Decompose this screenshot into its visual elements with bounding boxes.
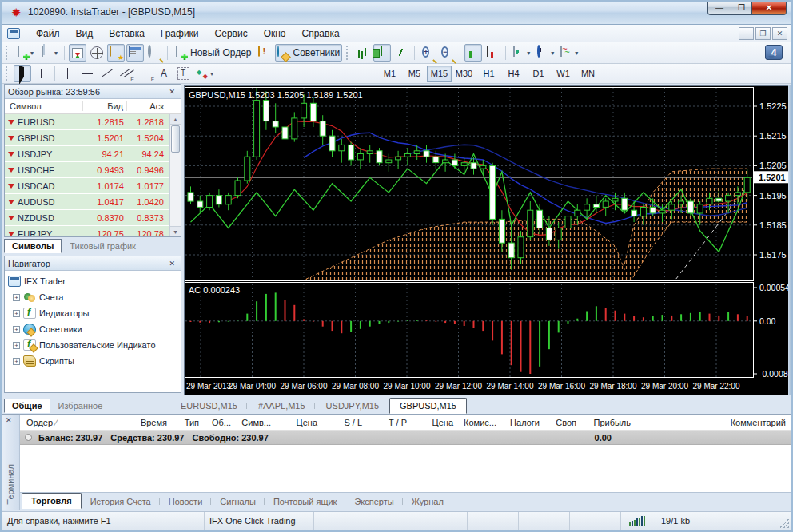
new-chart-button[interactable]: ▾ bbox=[14, 44, 36, 62]
menu-help[interactable]: Справка bbox=[294, 26, 348, 41]
templates-button[interactable]: ▾ bbox=[558, 44, 580, 62]
tab-symbols[interactable]: Символы bbox=[4, 239, 62, 253]
navigator-toggle[interactable] bbox=[107, 44, 125, 62]
restore-button[interactable]: ❐ bbox=[731, 0, 752, 15]
timeframe-d1[interactable]: D1 bbox=[526, 66, 551, 82]
expert-advisors-toggle[interactable]: Советники bbox=[275, 44, 343, 62]
close-icon[interactable]: ✕ bbox=[166, 260, 177, 268]
tree-item-custom-indicators[interactable]: +Пользовательские Индикато bbox=[8, 337, 181, 353]
close-icon[interactable]: ✕ bbox=[166, 88, 177, 96]
symbol-row[interactable]: NZDUSD0.83700.8373 bbox=[5, 210, 181, 226]
arrows-tool[interactable]: ▾ bbox=[193, 65, 216, 82]
scroll-down-icon[interactable]: ▼ bbox=[170, 226, 181, 236]
tab-journal[interactable]: Журнал bbox=[403, 494, 452, 509]
menu-charts[interactable]: Графики bbox=[153, 26, 207, 41]
tab-mailbox[interactable]: Почтовый ящик bbox=[265, 494, 345, 509]
channel-tool[interactable] bbox=[117, 65, 134, 82]
text-tool[interactable]: A bbox=[155, 65, 173, 82]
zoom-out-button[interactable]: − bbox=[438, 44, 456, 62]
tree-item-scripts[interactable]: +Скрипты bbox=[8, 353, 181, 369]
expand-icon[interactable]: + bbox=[13, 358, 20, 365]
chart-tab-gbpusd[interactable]: GBPUSD,M15 bbox=[389, 398, 467, 414]
scrollbar-thumb[interactable] bbox=[171, 125, 180, 153]
sort-icon[interactable]: ∕ bbox=[55, 418, 57, 427]
tree-item-accounts[interactable]: +Счета bbox=[8, 289, 181, 305]
toolbar-grip[interactable] bbox=[346, 46, 350, 60]
periods-button[interactable]: ▾ bbox=[534, 44, 556, 62]
tree-item-root[interactable]: IFX Trader bbox=[8, 273, 181, 289]
trendline-tool[interactable] bbox=[98, 65, 115, 82]
vertical-line-tool[interactable] bbox=[59, 65, 77, 82]
zoom-in-button[interactable]: + bbox=[419, 44, 436, 62]
indicators-button[interactable]: ▾ bbox=[510, 44, 532, 62]
tab-experts[interactable]: Эксперты bbox=[345, 494, 402, 509]
tab-favorites[interactable]: Избранное bbox=[50, 399, 111, 413]
line-chart-button[interactable] bbox=[393, 44, 410, 62]
tab-account-history[interactable]: История Счета bbox=[82, 494, 160, 509]
child-close-button[interactable]: ✕ bbox=[772, 27, 787, 40]
notifications-badge[interactable]: 4 bbox=[765, 45, 783, 60]
menu-file[interactable]: Файл bbox=[28, 26, 68, 41]
menu-window[interactable]: Окно bbox=[256, 26, 294, 41]
minimize-button[interactable]: — bbox=[707, 0, 731, 15]
expand-icon[interactable]: + bbox=[13, 342, 20, 349]
timeframe-h4[interactable]: H4 bbox=[501, 66, 526, 82]
alert-icon[interactable]: ! bbox=[256, 44, 273, 62]
scroll-up-icon[interactable]: ▲ bbox=[170, 114, 181, 125]
close-icon[interactable]: ✕ bbox=[6, 416, 12, 424]
market-watch-toggle[interactable] bbox=[69, 44, 86, 62]
expand-icon[interactable]: + bbox=[13, 310, 20, 317]
timeframe-m1[interactable]: M1 bbox=[377, 66, 402, 82]
balance-row[interactable]: Баланс: 230.97 Средства: 230.97 Свободно… bbox=[20, 431, 791, 445]
new-order-button[interactable]: Новый Ордер bbox=[172, 44, 253, 62]
chart-shift-button[interactable] bbox=[484, 44, 501, 62]
timeframe-mn[interactable]: MN bbox=[576, 66, 600, 82]
resize-grip[interactable] bbox=[779, 518, 789, 528]
timeframe-m15[interactable]: M15 bbox=[427, 66, 452, 82]
market-watch-scrollbar[interactable]: ▲ ▼ bbox=[169, 114, 181, 236]
auto-scroll-toggle[interactable] bbox=[464, 44, 482, 62]
timeframe-m30[interactable]: M30 bbox=[452, 66, 476, 82]
tab-common[interactable]: Общие bbox=[4, 399, 50, 413]
tab-tick-chart[interactable]: Тиковый график bbox=[62, 239, 144, 253]
symbol-row[interactable]: USDCHF0.94930.9496 bbox=[5, 162, 181, 178]
symbol-row[interactable]: AUDUSD1.04171.0420 bbox=[5, 194, 181, 210]
timeframe-w1[interactable]: W1 bbox=[551, 66, 576, 82]
symbol-row[interactable]: GBPUSD1.52011.5204 bbox=[5, 130, 181, 146]
tree-item-advisors[interactable]: +Советники bbox=[8, 321, 181, 337]
symbol-row[interactable]: USDCAD1.01741.0177 bbox=[5, 178, 181, 194]
price-chart[interactable]: GBPUSD,M15 1.5203 1.5205 1.5189 1.5201AC… bbox=[184, 85, 789, 395]
menu-view[interactable]: Вид bbox=[68, 26, 102, 41]
close-button[interactable]: ✕ bbox=[752, 0, 787, 15]
chart-tab-aapl[interactable]: #AAPL,M15 bbox=[248, 398, 316, 414]
menu-tools[interactable]: Сервис bbox=[207, 26, 256, 41]
symbol-row[interactable]: EURJPY120.75120.78 bbox=[5, 226, 181, 236]
timeframe-h1[interactable]: H1 bbox=[476, 66, 501, 82]
expand-icon[interactable]: + bbox=[13, 294, 20, 301]
expand-icon[interactable]: + bbox=[13, 326, 20, 333]
crosshair-tool[interactable] bbox=[33, 65, 50, 82]
candlestick-chart-button[interactable] bbox=[373, 44, 391, 62]
symbol-row[interactable]: EURUSD1.28151.2818 bbox=[5, 114, 181, 130]
menu-insert[interactable]: Вставка bbox=[101, 26, 153, 41]
tab-news[interactable]: Новости bbox=[160, 494, 212, 509]
strategy-tester-button[interactable] bbox=[145, 44, 163, 62]
chart-scrollbar[interactable] bbox=[788, 85, 791, 395]
terminal-toggle[interactable] bbox=[126, 44, 144, 62]
child-minimize-button[interactable]: — bbox=[739, 27, 754, 40]
bar-chart-button[interactable] bbox=[354, 44, 372, 62]
chart-tab-usdjpy[interactable]: USDJPY,M15 bbox=[316, 398, 389, 414]
timeframe-m5[interactable]: M5 bbox=[402, 66, 427, 82]
tree-item-indicators[interactable]: +Индикаторы bbox=[8, 305, 181, 321]
market-watch-titlebar[interactable]: Обзор рынка: 23:59:56 ✕ bbox=[5, 85, 181, 99]
tab-signals[interactable]: Сигналы bbox=[211, 494, 265, 509]
status-mode[interactable]: IFX One Click Trading bbox=[205, 512, 314, 530]
fibonacci-tool[interactable] bbox=[136, 65, 153, 82]
navigator-titlebar[interactable]: Навигатор ✕ bbox=[5, 256, 181, 271]
data-window-button[interactable] bbox=[88, 44, 106, 62]
chart-svg[interactable]: GBPUSD,M15 1.5203 1.5205 1.5189 1.5201AC… bbox=[185, 86, 790, 396]
chart-tab-eurusd[interactable]: EURUSD,M15 bbox=[170, 398, 248, 414]
child-restore-button[interactable]: ❐ bbox=[755, 27, 771, 40]
tab-trade[interactable]: Торговля bbox=[22, 493, 82, 509]
cursor-tool[interactable] bbox=[14, 65, 31, 82]
